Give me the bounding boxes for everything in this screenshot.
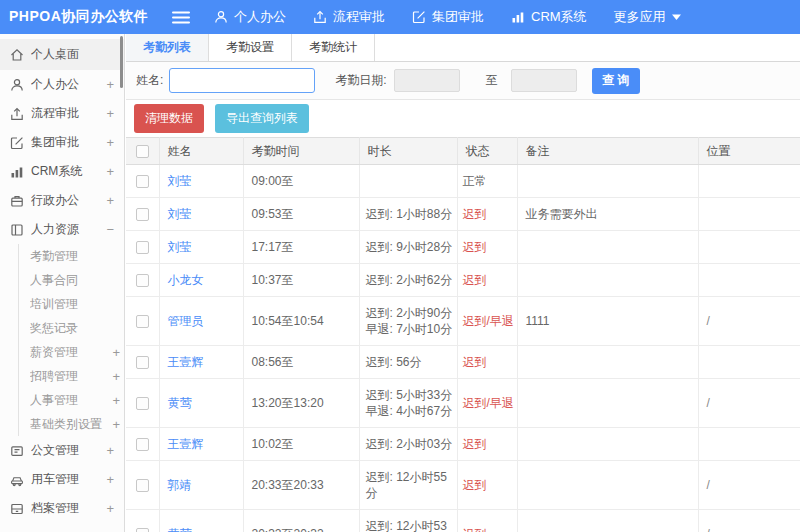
- cell-status: 迟到: [457, 346, 517, 379]
- row-checkbox[interactable]: [136, 397, 149, 410]
- sidebar-item-archive-management[interactable]: 档案管理+: [0, 494, 124, 523]
- doc-icon: [10, 444, 24, 458]
- tab-attendance-settings[interactable]: 考勤设置: [209, 34, 292, 61]
- row-checkbox[interactable]: [136, 241, 149, 254]
- caret-down-icon: [672, 14, 681, 20]
- expand-icon[interactable]: +: [102, 501, 114, 516]
- employee-name-link[interactable]: 刘莹: [168, 207, 192, 221]
- sidebar-item-recruitment-management[interactable]: 招聘管理+: [18, 364, 124, 388]
- home-icon: [10, 48, 24, 62]
- cell-location: [698, 165, 800, 198]
- select-all-checkbox[interactable]: [136, 145, 149, 158]
- user-icon: [214, 10, 228, 24]
- expand-icon[interactable]: +: [108, 393, 120, 408]
- sidebar-item-human-resources[interactable]: 人力资源−: [0, 215, 124, 244]
- expand-icon[interactable]: +: [102, 135, 114, 150]
- cell-duration: 迟到: 5小时33分早退: 4小时67分: [359, 379, 457, 428]
- menu-toggle-icon[interactable]: [172, 11, 190, 24]
- expand-icon[interactable]: +: [108, 369, 120, 384]
- nav-item-label: 流程审批: [333, 8, 385, 26]
- tab-attendance-list[interactable]: 考勤列表: [126, 34, 209, 61]
- sidebar-item-project-management[interactable]: 项目管理+: [0, 523, 124, 532]
- app-logo[interactable]: PHPOA协同办公软件: [0, 8, 160, 26]
- row-checkbox[interactable]: [136, 356, 149, 369]
- collapse-icon[interactable]: −: [102, 222, 114, 237]
- briefcase-icon: [10, 194, 24, 208]
- column-header-time: 考勤时间: [243, 138, 359, 165]
- sidebar-menu: 个人桌面个人办公+流程审批+集团审批+CRM系统+行政办公+人力资源−考勤管理人…: [0, 39, 124, 532]
- employee-name-link[interactable]: 黄莺: [168, 527, 192, 532]
- cell-status: 迟到: [457, 198, 517, 231]
- expand-icon[interactable]: +: [108, 417, 120, 432]
- expand-icon[interactable]: +: [102, 106, 114, 121]
- cell-note: [517, 231, 698, 264]
- nav-item-more-apps[interactable]: 更多应用: [614, 8, 681, 26]
- sidebar-item-personnel-management[interactable]: 人事管理+: [18, 388, 124, 412]
- row-checkbox[interactable]: [136, 438, 149, 451]
- row-checkbox[interactable]: [136, 528, 149, 532]
- row-checkbox[interactable]: [136, 175, 149, 188]
- sidebar-item-attendance-management[interactable]: 考勤管理: [18, 244, 124, 268]
- tab-bar: 考勤列表考勤设置考勤统计: [126, 34, 800, 62]
- sidebar-item-basic-category-settings[interactable]: 基础类别设置+: [18, 412, 124, 436]
- nav-item-personal-office[interactable]: 个人办公: [214, 8, 286, 26]
- cell-location: [698, 231, 800, 264]
- sidebar-item-group-approval[interactable]: 集团审批+: [0, 128, 124, 157]
- sidebar-item-personal-desktop[interactable]: 个人桌面: [0, 39, 124, 70]
- expand-icon[interactable]: +: [108, 345, 120, 360]
- export-list-button[interactable]: 导出查询列表: [215, 104, 309, 133]
- expand-icon[interactable]: +: [102, 472, 114, 487]
- sidebar-item-admin-office[interactable]: 行政办公+: [0, 186, 124, 215]
- nav-item-label: 个人办公: [234, 8, 286, 26]
- name-input[interactable]: [169, 68, 315, 93]
- expand-icon[interactable]: +: [102, 164, 114, 179]
- table-row: 小龙女10:37至迟到: 2小时62分迟到: [126, 264, 800, 297]
- top-nav: 个人办公流程审批集团审批CRM系统更多应用: [214, 8, 681, 26]
- user-icon: [10, 78, 24, 92]
- query-button[interactable]: 查 询: [592, 68, 640, 94]
- sidebar-item-crm-system[interactable]: CRM系统+: [0, 157, 124, 186]
- nav-item-workflow-approval[interactable]: 流程审批: [313, 8, 385, 26]
- sidebar-item-document-management[interactable]: 公文管理+: [0, 436, 124, 465]
- sidebar-item-salary-management[interactable]: 薪资管理+: [18, 340, 124, 364]
- cell-name: 王壹辉: [159, 428, 243, 461]
- date-to-input[interactable]: [511, 69, 577, 92]
- row-checkbox[interactable]: [136, 274, 149, 287]
- expand-icon[interactable]: +: [102, 193, 114, 208]
- row-checkbox[interactable]: [136, 208, 149, 221]
- cell-duration: [359, 165, 457, 198]
- expand-icon[interactable]: +: [102, 77, 114, 92]
- date-from-input[interactable]: [394, 69, 460, 92]
- cell-status: 迟到: [457, 264, 517, 297]
- sidebar-scrollbar[interactable]: [120, 36, 123, 88]
- cell-location: [698, 264, 800, 297]
- sidebar-item-label: 奖惩记录: [30, 320, 120, 337]
- nav-item-group-approval[interactable]: 集团审批: [412, 8, 484, 26]
- sidebar-item-label: 公文管理: [31, 442, 102, 459]
- employee-name-link[interactable]: 管理员: [168, 314, 204, 328]
- cell-checkbox: [126, 461, 159, 510]
- row-checkbox[interactable]: [136, 315, 149, 328]
- nav-item-crm-system[interactable]: CRM系统: [511, 8, 587, 26]
- employee-name-link[interactable]: 小龙女: [168, 273, 204, 287]
- employee-name-link[interactable]: 王壹辉: [168, 355, 204, 369]
- table-header-row: 姓名考勤时间时长状态备注位置: [126, 138, 800, 165]
- attendance-table: 姓名考勤时间时长状态备注位置 刘莹09:00至正常刘莹09:53至迟到: 1小时…: [126, 137, 800, 532]
- employee-name-link[interactable]: 刘莹: [168, 240, 192, 254]
- employee-name-link[interactable]: 王壹辉: [168, 437, 204, 451]
- sidebar-item-training-management[interactable]: 培训管理: [18, 292, 124, 316]
- employee-name-link[interactable]: 黄莺: [168, 396, 192, 410]
- sidebar-item-hr-contract[interactable]: 人事合同: [18, 268, 124, 292]
- sidebar-item-vehicle-management[interactable]: 用车管理+: [0, 465, 124, 494]
- expand-icon[interactable]: +: [102, 443, 114, 458]
- clean-data-button[interactable]: 清理数据: [134, 104, 204, 133]
- sidebar-item-workflow-approval[interactable]: 流程审批+: [0, 99, 124, 128]
- employee-name-link[interactable]: 郭靖: [168, 478, 192, 492]
- sidebar-item-personal-office[interactable]: 个人办公+: [0, 70, 124, 99]
- cell-checkbox: [126, 165, 159, 198]
- tab-attendance-statistics[interactable]: 考勤统计: [292, 34, 375, 61]
- employee-name-link[interactable]: 刘莹: [168, 174, 192, 188]
- cell-duration: 迟到: 56分: [359, 346, 457, 379]
- sidebar-item-reward-punishment-records[interactable]: 奖惩记录: [18, 316, 124, 340]
- row-checkbox[interactable]: [136, 479, 149, 492]
